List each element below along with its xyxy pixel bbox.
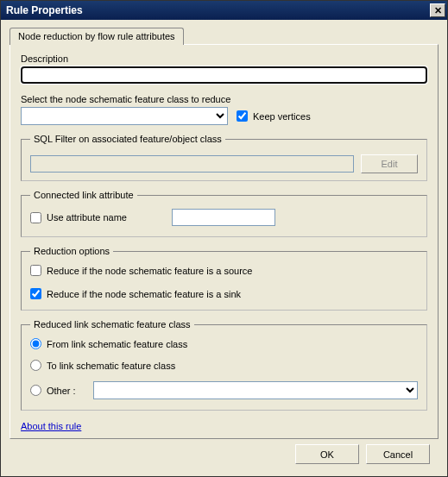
reduced-link-legend: Reduced link schematic feature class xyxy=(30,319,194,330)
keep-vertices-checkbox[interactable] xyxy=(237,110,248,122)
sql-filter-group: SQL Filter on associated feature/object … xyxy=(21,134,427,181)
other-link-label: Other : xyxy=(47,386,76,396)
reduction-options-legend: Reduction options xyxy=(30,246,113,256)
sql-filter-legend: SQL Filter on associated feature/object … xyxy=(30,134,225,144)
other-link-select[interactable] xyxy=(93,381,418,399)
reduce-source-label: Reduce if the node schematic feature is … xyxy=(47,266,252,276)
reduce-source-checkbox[interactable] xyxy=(30,265,41,276)
connected-link-group: Connected link attribute Use attribute n… xyxy=(21,190,427,237)
from-link-label: From link schematic feature class xyxy=(47,339,187,349)
dialog-buttons: OK Cancel xyxy=(9,439,439,464)
connected-link-legend: Connected link attribute xyxy=(30,190,137,200)
ok-button[interactable]: OK xyxy=(295,444,359,464)
reduce-sink-checkbox[interactable] xyxy=(30,288,41,299)
tab-panel: Description Select the node schematic fe… xyxy=(9,44,439,439)
close-button[interactable]: ✕ xyxy=(430,3,445,17)
use-attribute-label: Use attribute name xyxy=(47,212,127,223)
keep-vertices-label: Keep vertices xyxy=(253,111,311,122)
to-link-label: To link schematic feature class xyxy=(47,361,175,371)
to-link-radio[interactable] xyxy=(30,360,41,371)
reduce-sink-label: Reduce if the node schematic feature is … xyxy=(47,289,241,299)
feature-class-label: Select the node schematic feature class … xyxy=(21,94,427,104)
tab-strip: Node reduction by flow rule attributes xyxy=(9,27,439,44)
feature-class-select[interactable] xyxy=(21,107,228,125)
attribute-name-input[interactable] xyxy=(172,209,275,226)
tab-label: Node reduction by flow rule attributes xyxy=(18,31,175,41)
reduced-link-group: Reduced link schematic feature class Fro… xyxy=(21,319,427,411)
from-link-radio[interactable] xyxy=(30,338,41,349)
title-bar: Rule Properties ✕ xyxy=(1,1,447,20)
sql-edit-button: Edit xyxy=(361,154,418,173)
tab-node-reduction[interactable]: Node reduction by flow rule attributes xyxy=(9,28,184,45)
use-attribute-checkbox[interactable] xyxy=(30,212,41,223)
description-input[interactable] xyxy=(21,66,427,84)
content-area: Node reduction by flow rule attributes D… xyxy=(1,20,447,471)
sql-filter-input xyxy=(30,155,354,173)
cancel-button[interactable]: Cancel xyxy=(366,444,430,464)
other-link-radio[interactable] xyxy=(30,385,41,396)
close-icon: ✕ xyxy=(434,5,442,16)
description-label: Description xyxy=(21,53,427,64)
window-title: Rule Properties xyxy=(6,4,83,16)
about-rule-link[interactable]: About this rule xyxy=(21,421,81,431)
reduction-options-group: Reduction options Reduce if the node sch… xyxy=(21,246,427,311)
